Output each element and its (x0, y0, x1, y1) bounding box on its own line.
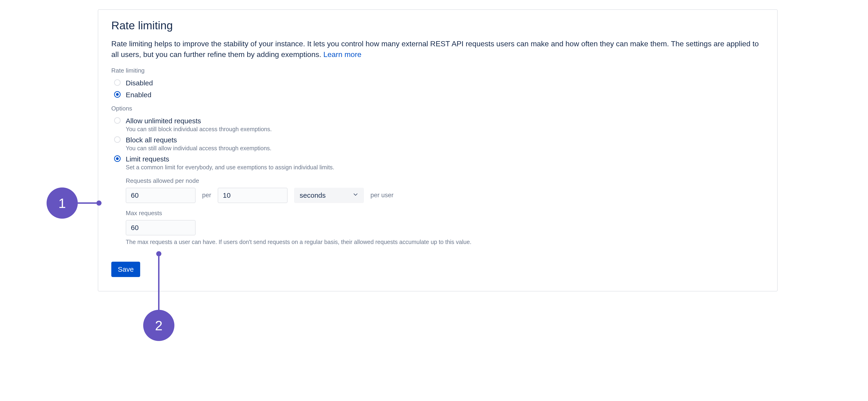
per-user-text: per user (370, 192, 394, 199)
learn-more-link[interactable]: Learn more (323, 50, 362, 59)
radio-label-enabled: Enabled (126, 90, 151, 99)
radio-limit[interactable] (114, 155, 121, 162)
description-body: Rate limiting helps to improve the stabi… (111, 39, 759, 59)
radio-helper-block-all: You can still allow individual access th… (126, 145, 272, 152)
annotation-badge-1: 1 (46, 188, 78, 219)
description-text: Rate limiting helps to improve the stabi… (111, 38, 764, 60)
page-title: Rate limiting (111, 19, 764, 32)
radio-row-unlimited[interactable]: Allow unlimited requests You can still b… (111, 116, 764, 133)
max-requests-row (126, 220, 764, 235)
radio-block-all[interactable] (114, 136, 121, 143)
radio-unlimited[interactable] (114, 117, 121, 124)
rate-limiting-panel: Rate limiting Rate limiting helps to imp… (98, 9, 778, 292)
options-radio-group: Allow unlimited requests You can still b… (111, 116, 764, 171)
radio-enabled[interactable] (114, 91, 121, 98)
requests-allowed-label: Requests allowed per node (126, 177, 764, 185)
section-label-options: Options (111, 105, 764, 112)
radio-disabled[interactable] (114, 79, 121, 86)
requests-allowed-block: Requests allowed per node per seconds pe… (126, 177, 764, 203)
max-requests-block: Max requests The max requests a user can… (126, 209, 764, 245)
radio-row-enabled[interactable]: Enabled (111, 90, 764, 99)
radio-row-block-all[interactable]: Block all requets You can still allow in… (111, 135, 764, 152)
radio-row-limit[interactable]: Limit requests Set a common limit for ev… (111, 155, 764, 171)
radio-label-limit: Limit requests (126, 155, 334, 164)
radio-helper-unlimited: You can still block individual access th… (126, 126, 272, 133)
requests-count-input[interactable] (126, 188, 195, 203)
status-radio-group: Disabled Enabled (111, 78, 764, 99)
requests-allowed-row: per seconds per user (126, 188, 764, 203)
section-label-rate-limiting: Rate limiting (111, 67, 764, 74)
per-text: per (202, 192, 211, 199)
max-requests-help: The max requests a user can have. If use… (126, 239, 764, 245)
annotation-badge-2: 2 (143, 310, 175, 341)
radio-label-disabled: Disabled (126, 78, 153, 88)
chevron-down-icon (352, 191, 359, 199)
save-button[interactable]: Save (111, 262, 140, 277)
annotation-connector-1 (78, 202, 96, 204)
radio-label-unlimited: Allow unlimited requests (126, 116, 272, 125)
radio-row-disabled[interactable]: Disabled (111, 78, 764, 88)
annotation-callout-1: 1 (46, 188, 101, 219)
time-unit-select[interactable]: seconds (294, 188, 364, 203)
max-requests-label: Max requests (126, 209, 764, 217)
radio-helper-limit: Set a common limit for everybody, and us… (126, 164, 334, 171)
interval-input[interactable] (218, 188, 287, 203)
time-unit-value: seconds (300, 192, 326, 199)
max-requests-input[interactable] (126, 220, 195, 235)
radio-label-block-all: Block all requets (126, 135, 272, 144)
